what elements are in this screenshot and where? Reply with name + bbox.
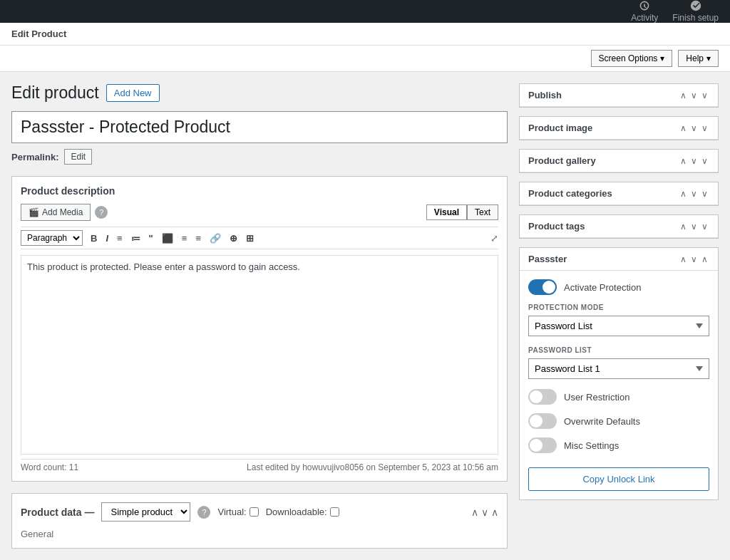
ordered-list-button[interactable]: ≔ — [128, 232, 144, 245]
product-image-toggle-button[interactable]: ∨ — [700, 123, 709, 133]
expand-icon[interactable]: ⤢ — [490, 233, 498, 244]
product-gallery-up-button[interactable]: ∧ — [679, 156, 688, 166]
align-left-button[interactable]: ⬛ — [158, 232, 177, 245]
activity-label: Activity — [631, 13, 658, 23]
product-categories-label: Product categories — [528, 188, 612, 199]
product-type-select[interactable]: Simple product — [101, 502, 190, 522]
paragraph-select[interactable]: Paragraph — [21, 230, 83, 246]
text-tab[interactable]: Text — [467, 204, 498, 220]
product-data-close-button[interactable]: ∧ — [491, 507, 498, 518]
main-content: Edit product Add New Permalink: Edit Pro… — [11, 83, 508, 549]
last-edited: Last edited by howuvujivo8056 on Septemb… — [247, 462, 498, 472]
product-categories-toggle-button[interactable]: ∨ — [700, 189, 709, 199]
product-gallery-label: Product gallery — [528, 155, 596, 166]
product-data-label: Product data — — [21, 507, 94, 518]
passster-toggle-button[interactable]: ∧ — [700, 254, 709, 264]
publish-label: Publish — [528, 90, 562, 100]
product-categories-box: Product categories ∧ ∨ ∨ — [519, 182, 719, 206]
user-restriction-toggle[interactable] — [528, 389, 557, 405]
misc-settings-toggle[interactable] — [528, 437, 557, 453]
passster-down-button[interactable]: ∨ — [689, 254, 699, 264]
page-title: Edit product — [11, 83, 99, 103]
passster-up-button[interactable]: ∧ — [679, 254, 688, 264]
publish-down-button[interactable]: ∨ — [689, 90, 699, 100]
product-tags-up-button[interactable]: ∧ — [679, 222, 688, 232]
publish-toggle-button[interactable]: ∨ — [700, 90, 709, 100]
product-gallery-toggle-button[interactable]: ∨ — [700, 156, 709, 166]
passster-label: Passster — [528, 254, 567, 264]
publish-up-button[interactable]: ∧ — [679, 90, 688, 100]
top-bar: Activity Finish setup — [0, 0, 730, 23]
password-list-select[interactable]: Password List 1 Password List 2 — [528, 358, 709, 379]
protection-mode-label: PROTECTION MODE — [528, 304, 709, 311]
product-data-help-icon[interactable]: ? — [197, 506, 210, 519]
unordered-list-button[interactable]: ≡ — [113, 232, 126, 245]
align-right-button[interactable]: ≡ — [192, 232, 205, 245]
misc-settings-label: Misc Settings — [564, 440, 619, 451]
format-toolbar: Paragraph B I ≡ ≔ " ⬛ ≡ ≡ 🔗 ⊕ ⊞ ⤢ — [21, 227, 498, 249]
blockquote-button[interactable]: " — [145, 232, 157, 245]
publish-box: Publish ∧ ∨ ∨ — [519, 83, 719, 108]
editor-text: This product is protected. Please enter … — [27, 261, 492, 272]
product-image-down-button[interactable]: ∨ — [689, 123, 699, 133]
page-title-row: Edit product Add New — [11, 83, 508, 103]
product-title-input[interactable] — [11, 111, 508, 143]
protection-mode-select[interactable]: Password List Single Password Group Prot… — [528, 316, 709, 336]
permalink-row: Permalink: Edit — [11, 149, 508, 165]
misc-settings-row: Misc Settings — [528, 437, 709, 453]
product-categories-up-button[interactable]: ∧ — [679, 189, 688, 199]
product-categories-arrows: ∧ ∨ ∨ — [679, 189, 709, 199]
product-gallery-down-button[interactable]: ∨ — [689, 156, 699, 166]
product-tags-arrows: ∧ ∨ ∨ — [679, 222, 709, 232]
copy-unlock-link-button[interactable]: Copy Unlock Link — [528, 467, 709, 491]
activate-protection-row: Activate Protection — [528, 279, 709, 295]
admin-page-title: Edit Product — [11, 28, 66, 39]
add-new-button[interactable]: Add New — [106, 84, 160, 102]
product-data-up-button[interactable]: ∧ — [471, 507, 478, 518]
screen-options-button[interactable]: Screen Options ▾ — [591, 50, 673, 67]
user-restriction-row: User Restriction — [528, 389, 709, 405]
activity-button[interactable]: Activity — [631, 0, 658, 23]
passster-arrows: ∧ ∨ ∧ — [679, 254, 709, 264]
more-button[interactable]: ⊕ — [226, 232, 241, 245]
page-area: Edit product Add New Permalink: Edit Pro… — [0, 72, 730, 560]
product-image-box: Product image ∧ ∨ ∨ — [519, 116, 719, 140]
virtual-checkbox[interactable] — [250, 507, 259, 517]
align-center-button[interactable]: ≡ — [178, 232, 191, 245]
product-categories-header[interactable]: Product categories ∧ ∨ ∨ — [520, 182, 718, 205]
view-tabs: Visual Text — [426, 204, 498, 220]
bold-button[interactable]: B — [87, 232, 101, 245]
product-data-down-button[interactable]: ∨ — [481, 507, 488, 518]
product-gallery-arrows: ∧ ∨ ∨ — [679, 156, 709, 166]
table-button[interactable]: ⊞ — [242, 232, 257, 245]
passster-header[interactable]: Passster ∧ ∨ ∧ — [520, 248, 718, 271]
virtual-label: Virtual: — [217, 507, 246, 517]
overwrite-defaults-toggle[interactable] — [528, 413, 557, 429]
product-image-up-button[interactable]: ∧ — [679, 123, 688, 133]
product-image-arrows: ∧ ∨ ∨ — [679, 123, 709, 133]
sidebar: Publish ∧ ∨ ∨ Product image ∧ ∨ ∨ — [519, 83, 719, 509]
editor-toolbar: 🎬 Add Media ? Visual Text — [21, 204, 498, 221]
finish-setup-button[interactable]: Finish setup — [672, 0, 719, 23]
visual-tab[interactable]: Visual — [426, 204, 467, 220]
finish-setup-label: Finish setup — [672, 13, 719, 23]
product-tags-down-button[interactable]: ∨ — [689, 222, 699, 232]
product-image-header[interactable]: Product image ∧ ∨ ∨ — [520, 117, 718, 140]
product-categories-down-button[interactable]: ∨ — [689, 189, 699, 199]
product-tags-header[interactable]: Product tags ∧ ∨ ∨ — [520, 215, 718, 238]
product-tags-toggle-button[interactable]: ∨ — [700, 222, 709, 232]
publish-box-header[interactable]: Publish ∧ ∨ ∨ — [520, 84, 718, 107]
permalink-edit-button[interactable]: Edit — [64, 149, 92, 165]
product-data-box: Product data — Simple product ? Virtual:… — [11, 493, 508, 549]
options-bar: Screen Options ▾ Help ▾ — [0, 46, 730, 72]
product-gallery-header[interactable]: Product gallery ∧ ∨ ∨ — [520, 150, 718, 172]
help-icon[interactable]: ? — [95, 206, 108, 219]
italic-button[interactable]: I — [102, 232, 112, 245]
activate-protection-toggle[interactable] — [528, 279, 557, 295]
link-button[interactable]: 🔗 — [206, 232, 225, 245]
help-button[interactable]: Help ▾ — [678, 50, 719, 67]
downloadable-checkbox[interactable] — [330, 507, 339, 517]
add-media-button[interactable]: 🎬 Add Media — [21, 204, 91, 221]
publish-arrows: ∧ ∨ ∨ — [679, 90, 709, 100]
editor-content[interactable]: This product is protected. Please enter … — [21, 255, 498, 455]
